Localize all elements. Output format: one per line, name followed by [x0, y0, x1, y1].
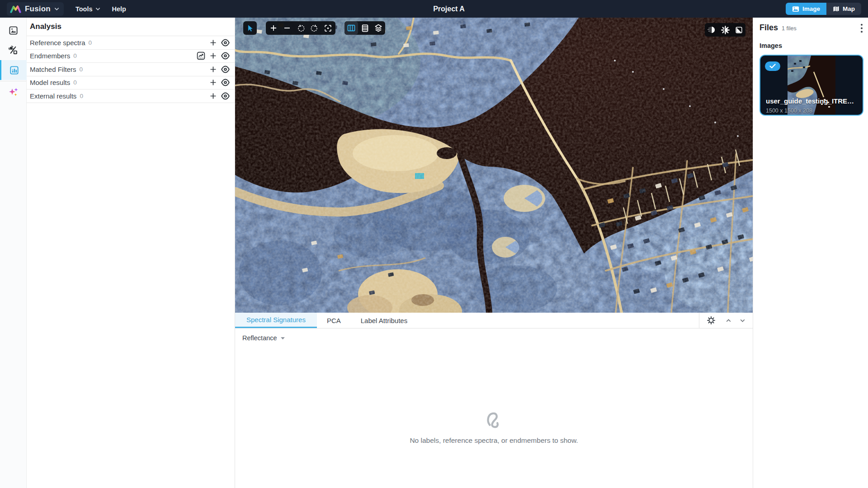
- analysis-row-endmembers[interactable]: Endmembers 0: [27, 50, 235, 63]
- analysis-row-external-results[interactable]: External results 0: [27, 89, 235, 103]
- rotate-cw-button[interactable]: [307, 21, 321, 35]
- row-count: 0: [80, 93, 83, 99]
- image-view-label: Image: [802, 5, 820, 12]
- rail-divider: [0, 81, 26, 81]
- add-icon[interactable]: [209, 65, 217, 74]
- empty-state-message: No labels, reference spectra, or endmemb…: [410, 436, 578, 445]
- collapse-up-icon[interactable]: [725, 317, 732, 324]
- add-icon[interactable]: [209, 78, 217, 87]
- rail-image-button[interactable]: [0, 20, 27, 40]
- visibility-icon[interactable]: [221, 91, 230, 101]
- row-label: Matched Filters: [30, 66, 76, 73]
- zoom-in-icon: [269, 24, 278, 32]
- display-tool-group: [705, 23, 745, 37]
- rotate-ccw-icon: [297, 24, 305, 33]
- cursor-tool-group: [243, 21, 257, 35]
- bottom-tab-bar: Spectral Signatures PCA Label Attributes: [235, 313, 753, 328]
- row-label: External results: [30, 92, 76, 100]
- add-icon[interactable]: [209, 92, 217, 100]
- dither-button[interactable]: [705, 23, 718, 37]
- image-viewer[interactable]: [235, 18, 753, 313]
- display-settings-icon: [721, 25, 730, 35]
- aerial-image: [235, 18, 753, 313]
- visibility-icon[interactable]: [221, 65, 230, 74]
- spectrum-type-label: Reflectance: [242, 334, 277, 342]
- columns-view-button[interactable]: [344, 21, 358, 35]
- sparkles-icon: [8, 87, 19, 98]
- row-label: Endmembers: [30, 52, 70, 60]
- files-panel: Files 1 files Images: [753, 18, 868, 488]
- map-icon: [833, 5, 840, 12]
- chevron-down-icon: [95, 7, 100, 11]
- analysis-title: Analysis: [27, 18, 235, 36]
- row-count: 0: [73, 52, 77, 59]
- cursor-icon: [245, 23, 255, 33]
- tools-menu-label: Tools: [75, 5, 93, 13]
- layers-view-button[interactable]: [372, 21, 385, 35]
- rotate-ccw-button[interactable]: [294, 21, 307, 35]
- center-focus-button[interactable]: [321, 21, 335, 35]
- kebab-menu-icon[interactable]: [860, 23, 863, 33]
- check-icon: [769, 64, 776, 69]
- analysis-row-matched-filters[interactable]: Matched Filters 0: [27, 63, 235, 76]
- layout-tool-group: [344, 21, 385, 35]
- tools-menu[interactable]: Tools: [75, 5, 100, 13]
- row-count: 0: [73, 79, 77, 86]
- row-label: Reference spectra: [30, 39, 85, 47]
- spectra-icon: [8, 45, 19, 56]
- help-menu-label: Help: [112, 5, 126, 13]
- zoom-out-icon: [283, 24, 291, 32]
- left-icon-rail: [0, 18, 27, 488]
- tab-label-attributes[interactable]: Label Attributes: [351, 313, 417, 328]
- center-area: Spectral Signatures PCA Label Attributes: [235, 18, 753, 488]
- layers-icon: [374, 23, 383, 33]
- page-title: Project A: [433, 5, 465, 13]
- rail-spectra-button[interactable]: [0, 40, 27, 60]
- row-label: Model results: [30, 79, 70, 86]
- image-view-button[interactable]: Image: [786, 3, 826, 15]
- help-menu[interactable]: Help: [112, 5, 126, 13]
- add-icon[interactable]: [209, 38, 217, 47]
- row-count: 0: [80, 66, 83, 73]
- fusion-menu[interactable]: Fusion: [7, 2, 64, 16]
- file-name: user_guide_testing_ITRE…: [766, 97, 854, 105]
- rail-chart-button[interactable]: [0, 60, 27, 80]
- analysis-row-reference-spectra[interactable]: Reference spectra 0: [27, 36, 235, 50]
- brand-name: Fusion: [25, 5, 51, 14]
- add-icon[interactable]: [209, 52, 217, 60]
- visibility-icon[interactable]: [221, 78, 230, 87]
- zoom-in-button[interactable]: [267, 21, 280, 35]
- fusion-logo-icon: [10, 4, 21, 14]
- invert-button[interactable]: [732, 23, 745, 37]
- rail-ai-button[interactable]: [0, 82, 27, 102]
- map-view-button[interactable]: Map: [826, 3, 861, 15]
- tab-pca[interactable]: PCA: [317, 313, 351, 328]
- visibility-icon[interactable]: [221, 38, 230, 47]
- images-section-label: Images: [760, 42, 863, 49]
- spectrum-type-dropdown[interactable]: Reflectance: [242, 334, 753, 342]
- rows-view-button[interactable]: [358, 21, 372, 35]
- scribble-icon: [484, 409, 505, 430]
- analysis-row-model-results[interactable]: Model results 0: [27, 76, 235, 90]
- files-count: 1 files: [782, 25, 797, 32]
- rows-icon: [361, 24, 369, 33]
- extract-from-image-icon[interactable]: [196, 51, 206, 61]
- bottom-panel: Spectral Signatures PCA Label Attributes: [235, 313, 753, 488]
- cursor-tool-button[interactable]: [243, 21, 257, 35]
- analysis-panel: Analysis Reference spectra 0 Endmembers …: [27, 18, 235, 488]
- zoom-out-button[interactable]: [280, 21, 294, 35]
- tab-spectral-signatures[interactable]: Spectral Signatures: [235, 313, 317, 328]
- image-icon: [792, 6, 799, 12]
- visibility-icon[interactable]: [221, 51, 230, 61]
- columns-icon: [347, 23, 356, 33]
- dither-icon: [707, 25, 716, 34]
- files-title: Files: [760, 23, 778, 33]
- gear-icon[interactable]: [707, 316, 716, 325]
- display-settings-button[interactable]: [718, 23, 732, 37]
- top-bar: Fusion Tools Help Project A Image Map: [0, 0, 868, 18]
- image-file-card[interactable]: user_guide_testing_ITRE… 1500 x 1500 x 2…: [760, 55, 863, 116]
- file-thumbnail: [788, 56, 835, 115]
- caret-down-icon: [280, 337, 285, 340]
- collapse-down-icon[interactable]: [739, 317, 746, 324]
- navigation-tool-group: [266, 21, 335, 35]
